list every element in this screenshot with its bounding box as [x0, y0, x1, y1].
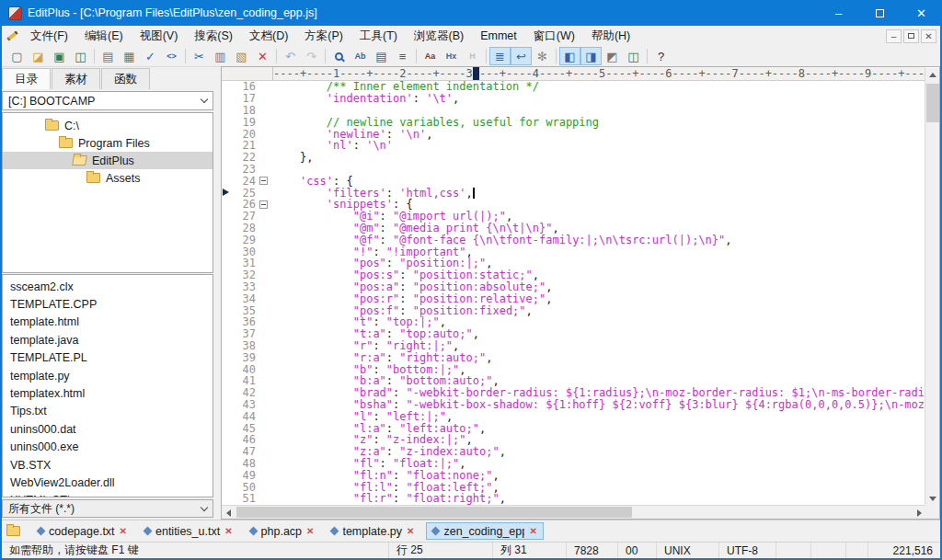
open-file-icon[interactable]: ◪ [28, 47, 49, 65]
file-list-item[interactable]: ssceam2.clx [10, 278, 213, 295]
code-line: 48 "fl": "float:|;", [222, 458, 925, 470]
code-line: 16 /** Inner element indentation */ [222, 81, 925, 93]
save-icon[interactable]: ▣ [49, 47, 70, 65]
print-icon[interactable]: ▦ [119, 47, 140, 65]
file-list-item[interactable]: templatex.html [10, 384, 213, 402]
tab-close-icon[interactable]: ✕ [407, 526, 414, 536]
hex-viewer-icon[interactable]: Hx [441, 47, 462, 65]
mdi-restore-button[interactable] [903, 29, 919, 43]
settings-icon[interactable]: ✻ [532, 47, 553, 65]
file-list: ssceam2.clxTEMPLATE.CPPtemplate.htmltemp… [2, 274, 213, 497]
inline-html-icon[interactable]: <> [161, 47, 182, 65]
cut-icon[interactable]: ✂ [189, 47, 210, 65]
delete-icon[interactable]: ✕ [252, 47, 273, 65]
menu-item[interactable]: 窗口(W) [525, 27, 583, 45]
menu-item[interactable]: 编辑(E) [76, 27, 132, 45]
sidebar-tab-active[interactable]: 目录 [2, 68, 51, 89]
mdi-minimize-button[interactable]: – [886, 29, 902, 43]
code-line: 43 "bsha": "-webkit-box-shadow: ${1:hoff… [222, 399, 925, 411]
code-line: 24 'css': { [222, 175, 925, 187]
maximize-button[interactable] [859, 0, 901, 26]
file-list-item[interactable]: template.java [10, 331, 213, 349]
context-help-icon[interactable]: ? [650, 47, 672, 65]
file-list-item[interactable]: TEMPLATE.CPP [10, 295, 213, 313]
drive-selector[interactable]: [C:] BOOTCAMP [2, 91, 213, 110]
code-editor[interactable]: 16 /** Inner element indentation */17 'i… [222, 81, 925, 506]
close-button[interactable]: ✕ [901, 0, 942, 26]
new-file-icon[interactable]: ▢ [6, 47, 28, 65]
scroll-left-icon[interactable] [222, 506, 236, 520]
change-case-icon[interactable]: Aa [419, 47, 441, 65]
scrollbar-thumb[interactable] [236, 507, 632, 518]
menu-item[interactable]: 视图(V) [132, 27, 187, 45]
code-line: 38 "r": "right:|;", [222, 340, 925, 352]
file-filter-selector[interactable]: 所有文件 (*.*) [2, 499, 213, 518]
code-line: 40 "b": "bottom:|;", [222, 363, 925, 375]
document-tab[interactable]: entities_u.txt✕ [139, 522, 238, 540]
editor-pane: ----+----1----+----2----+----3----+----4… [221, 66, 940, 520]
menu-item[interactable]: 方案(P) [296, 27, 351, 45]
toolbar-separator [185, 49, 186, 63]
sidebar-tab-inactive[interactable]: 函数 [101, 68, 150, 89]
fold-collapse-icon[interactable] [259, 200, 268, 209]
find-in-files-icon[interactable]: ▤ [371, 47, 392, 65]
word-wrap-toggle-icon[interactable]: ↩ [511, 47, 532, 65]
output-panel-toggle-icon[interactable]: ◩ [602, 47, 623, 65]
menu-item[interactable]: 工具(T) [351, 27, 406, 45]
spell-check-icon[interactable]: ✓ [140, 47, 161, 65]
menu-item[interactable]: 文档(D) [241, 27, 296, 45]
html-toolbar-icon[interactable]: H [462, 47, 483, 65]
menu-item[interactable]: 文件(F) [22, 27, 76, 45]
tree-item[interactable]: Assets [3, 169, 213, 187]
find-icon[interactable] [328, 47, 350, 65]
tab-close-icon[interactable]: ✕ [306, 526, 314, 536]
scroll-down-icon[interactable] [925, 492, 940, 506]
directory-panel-toggle-icon[interactable]: ◧ [559, 47, 580, 65]
file-list-item[interactable]: unins000.exe [10, 439, 213, 456]
file-list-item[interactable]: WebView2Loader.dll [10, 474, 213, 491]
redo-icon[interactable]: ↷ [301, 47, 322, 65]
save-all-icon[interactable]: ◫ [70, 47, 91, 65]
tab-close-icon[interactable]: ✕ [120, 526, 127, 536]
file-list-item[interactable]: VB.STX [10, 456, 213, 474]
editor-vertical-scrollbar[interactable] [925, 68, 939, 506]
editor-horizontal-scrollbar[interactable] [222, 505, 926, 519]
file-list-item[interactable]: Tips.txt [10, 403, 213, 420]
menu-item[interactable]: 浏览器(B) [406, 27, 472, 45]
file-list-item[interactable]: XHTML.STL [10, 492, 213, 497]
document-tab-active[interactable]: zen_coding_epp.js✕ [426, 522, 543, 540]
file-list-item[interactable]: TEMPLATE.PL [10, 349, 213, 367]
tree-item[interactable]: EditPlus [3, 152, 213, 169]
next-marker-icon[interactable]: ≡ [392, 47, 413, 65]
replace-icon[interactable]: Ab [350, 47, 371, 65]
code-line: 49 "fl:n": "float:none;", [222, 469, 925, 481]
print-preview-icon[interactable]: ▤ [98, 47, 119, 65]
fold-collapse-icon[interactable] [259, 177, 268, 185]
tab-close-icon[interactable]: ✕ [224, 526, 232, 536]
tab-list-folder-button[interactable] [5, 522, 27, 541]
file-list-item[interactable]: template.html [10, 314, 213, 331]
scroll-up-icon[interactable] [925, 68, 940, 82]
document-tab[interactable]: template.py✕ [326, 522, 419, 540]
paste-icon[interactable]: ▧ [231, 47, 252, 65]
minimize-button[interactable]: – [818, 0, 859, 26]
file-list-item[interactable]: template.py [10, 367, 213, 384]
undo-icon[interactable]: ↶ [280, 47, 301, 65]
menu-item[interactable]: 搜索(S) [186, 27, 241, 45]
tree-item[interactable]: C:\ [3, 117, 213, 134]
menu-item[interactable]: Emmet [472, 27, 525, 45]
document-tab[interactable]: codepage.txt✕ [32, 522, 132, 540]
scrollbar-thumb[interactable] [926, 84, 939, 122]
tab-close-icon[interactable]: ✕ [529, 526, 536, 536]
document-tab[interactable]: php.acp✕ [245, 522, 320, 540]
tree-item[interactable]: Program Files [3, 134, 213, 152]
code-line: 29 "@f": "@font-face {\n\tfont-family:|;… [222, 234, 925, 246]
browser-view-icon[interactable]: ◫ [623, 47, 644, 65]
line-number-toggle-icon[interactable]: ≣ [489, 47, 511, 65]
menu-item[interactable]: 帮助(H) [583, 27, 638, 45]
copy-icon[interactable]: ▥ [210, 47, 231, 65]
cliptext-panel-toggle-icon[interactable]: ◨ [580, 47, 602, 65]
file-list-item[interactable]: unins000.dat [10, 420, 213, 438]
sidebar-tab-inactive[interactable]: 素材 [52, 68, 100, 89]
mdi-close-button[interactable]: ✕ [921, 29, 936, 43]
